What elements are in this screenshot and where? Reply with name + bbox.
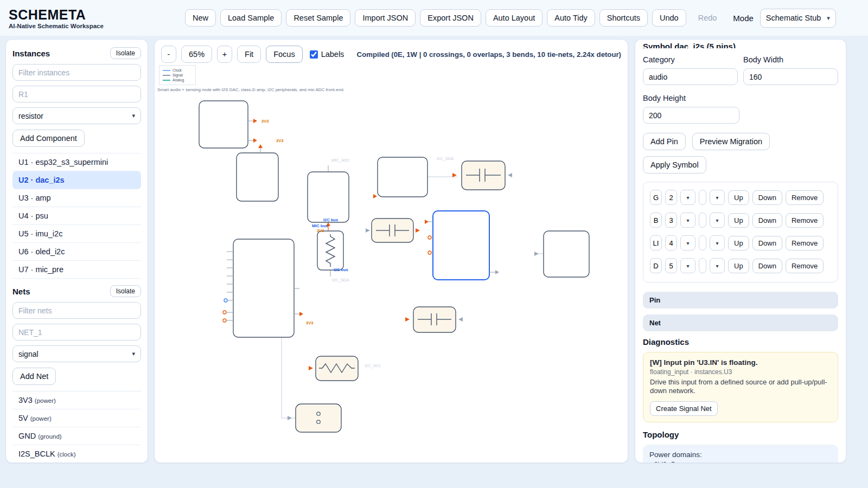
schematic-canvas-panel: - 65% + Fit Focus Labels Compiled (0E, 1…	[154, 39, 628, 463]
pin-length-input[interactable]	[699, 190, 706, 205]
add-pin-button[interactable]: Add Pin	[643, 133, 686, 150]
pin-type-select[interactable]: ▾	[710, 213, 725, 228]
capacitor-symbol[interactable]	[452, 161, 512, 190]
zoom-out-button[interactable]: -	[161, 46, 176, 63]
pin-remove-button[interactable]: Remove	[786, 236, 824, 251]
pin-number-input[interactable]	[665, 213, 677, 228]
export-json-button[interactable]: Export JSON	[420, 9, 481, 27]
net-item-gnd[interactable]: GND(ground)	[12, 427, 141, 445]
resistor-symbol[interactable]	[309, 356, 358, 381]
filter-nets-input[interactable]	[12, 302, 141, 319]
mode-label: Mode	[733, 14, 754, 23]
labels-label: Labels	[321, 50, 344, 59]
pin-section-header[interactable]: Pin	[643, 292, 838, 309]
instance-name-input[interactable]	[12, 86, 141, 102]
auto-tidy-button[interactable]: Auto Tidy	[547, 9, 595, 27]
pin-down-button[interactable]: Down	[752, 190, 782, 205]
add-component-button[interactable]: Add Component	[12, 130, 85, 147]
instance-item-u2[interactable]: U2 · dac_i2s	[12, 171, 141, 189]
pin-up-button[interactable]: Up	[728, 213, 749, 228]
pin-marker	[253, 138, 257, 143]
capacitor-symbol[interactable]	[405, 307, 463, 332]
mode-select[interactable]: Schematic Stub ▾	[760, 9, 836, 28]
pin-marker	[416, 228, 420, 233]
fit-button[interactable]: Fit	[237, 46, 261, 63]
pin-name-input[interactable]	[650, 258, 662, 273]
pin-length-input[interactable]	[699, 213, 706, 228]
net-item-i2s-bclk[interactable]: I2S_BCLK(clock)	[12, 445, 141, 463]
undo-button[interactable]: Undo	[652, 9, 686, 27]
instance-type-select[interactable]: resistor ▾	[12, 107, 141, 124]
pin-row: ▾ ▾ Up Down Remove	[650, 190, 831, 205]
new-button[interactable]: New	[185, 9, 216, 27]
pin-length-input[interactable]	[699, 258, 706, 273]
category-input[interactable]	[643, 68, 738, 85]
filter-instances-input[interactable]	[12, 64, 141, 81]
body-width-input[interactable]	[743, 68, 838, 85]
auto-layout-button[interactable]: Auto Layout	[486, 9, 542, 27]
pin-down-button[interactable]: Down	[752, 259, 782, 273]
add-net-button[interactable]: Add Net	[12, 368, 56, 385]
instance-item-u1[interactable]: U1 · esp32_s3_supermini	[12, 153, 141, 171]
instance-item-u7[interactable]: U7 · mic_pre	[12, 261, 141, 279]
capacitor-symbol[interactable]	[366, 219, 420, 242]
net-item-3v3[interactable]: 3V3(power)	[12, 391, 141, 409]
body-height-input[interactable]	[643, 107, 739, 124]
pin-remove-button[interactable]: Remove	[786, 213, 824, 228]
pin-up-button[interactable]: Up	[728, 190, 749, 205]
pin-side-select[interactable]: ▾	[680, 190, 695, 205]
net-item-5v[interactable]: 5V(power)	[12, 409, 141, 427]
selected-component[interactable]	[425, 211, 499, 280]
nets-isolate-button[interactable]: Isolate	[110, 285, 141, 297]
apply-symbol-button[interactable]: Apply Symbol	[643, 156, 706, 174]
legend-clock-label: Clock	[173, 68, 182, 72]
pin-down-button[interactable]: Down	[752, 213, 782, 228]
instance-item-u4[interactable]: U4 · psu	[12, 207, 141, 225]
instance-item-u6[interactable]: U6 · oled_i2c	[12, 243, 141, 261]
pin-type-select[interactable]: ▾	[710, 235, 725, 251]
import-json-button[interactable]: Import JSON	[355, 9, 416, 27]
pin-side-select[interactable]: ▾	[680, 213, 695, 228]
pin-length-input[interactable]	[699, 235, 706, 251]
instance-item-u5[interactable]: U5 · imu_i2c	[12, 225, 141, 243]
pin-type-select[interactable]: ▾	[710, 258, 725, 273]
connector-symbol[interactable]	[288, 404, 341, 432]
zoom-in-button[interactable]: +	[217, 46, 232, 63]
pin-side-select[interactable]: ▾	[680, 258, 695, 273]
pin-number-input[interactable]	[665, 258, 677, 273]
pin-up-button[interactable]: Up	[728, 236, 749, 251]
resistor-symbol[interactable]	[317, 231, 343, 270]
pin-down-button[interactable]: Down	[752, 236, 782, 251]
schematic-component[interactable]	[223, 239, 303, 337]
preview-migration-button[interactable]: Preview Migration	[692, 133, 770, 150]
chevron-down-icon: ▾	[686, 217, 689, 223]
net-name: 5V	[18, 414, 28, 422]
instance-item-u3[interactable]: U3 · amp	[12, 189, 141, 207]
labels-checkbox[interactable]	[310, 50, 318, 59]
schematic-component[interactable]	[237, 144, 278, 201]
pin-name-input[interactable]	[650, 190, 662, 205]
instances-isolate-button[interactable]: Isolate	[110, 47, 141, 59]
net-section-header[interactable]: Net	[643, 314, 838, 331]
schematic-component[interactable]	[199, 101, 257, 148]
pin-number-input[interactable]	[665, 235, 677, 251]
pin-type-select[interactable]: ▾	[710, 190, 725, 205]
pin-side-select[interactable]: ▾	[680, 235, 695, 251]
pin-name-input[interactable]	[650, 213, 662, 228]
pin-remove-button[interactable]: Remove	[786, 190, 824, 205]
schematic-component[interactable]	[373, 157, 427, 198]
load-sample-button[interactable]: Load Sample	[220, 9, 282, 27]
pin-up-button[interactable]: Up	[728, 259, 749, 273]
labels-toggle[interactable]: Labels	[310, 50, 344, 59]
schematic-sheet[interactable]: 3V3 3V3 MIC_ADC I2C_SDA I2C bus MIC bus …	[155, 64, 628, 463]
shortcuts-button[interactable]: Shortcuts	[599, 9, 648, 27]
pin-name-input[interactable]	[650, 235, 662, 251]
zoom-level-button[interactable]: 65%	[181, 46, 212, 63]
pin-number-input[interactable]	[665, 190, 677, 205]
reset-sample-button[interactable]: Reset Sample	[286, 9, 350, 27]
net-name-input[interactable]	[12, 324, 141, 341]
focus-button[interactable]: Focus	[266, 46, 303, 63]
create-signal-net-button[interactable]: Create Signal Net	[650, 401, 718, 416]
net-type-select[interactable]: signal ▾	[12, 345, 141, 362]
pin-remove-button[interactable]: Remove	[786, 259, 824, 273]
